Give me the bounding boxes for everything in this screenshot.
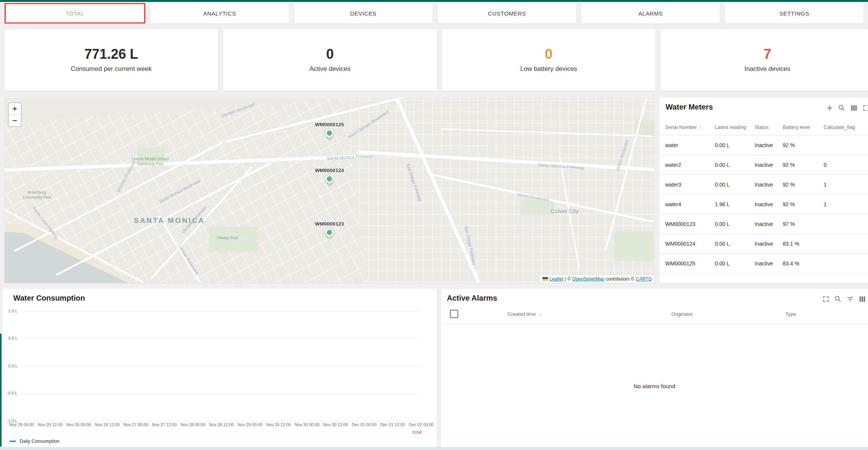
stat-label: Active devices [309, 65, 351, 73]
map-place-label: Annenberg Community Pool [19, 190, 54, 200]
y-axis-tick: 1.0 L [2, 309, 17, 313]
chart-gridline [20, 339, 421, 339]
table-row[interactable]: WM00001250.00 LInactive83.4 % [660, 254, 868, 273]
carto-link[interactable]: CARTO [636, 276, 652, 282]
y-axis-tick: 0.5 L [2, 336, 17, 340]
table-cell: 1 [824, 182, 868, 188]
table-cell: Inactive [755, 260, 783, 267]
openstreetmap-link[interactable]: OpenStreetMap [572, 276, 605, 282]
column-header-originator[interactable]: Originator [671, 311, 693, 317]
ukraine-flag-icon [542, 277, 548, 281]
marker-label: WM0000123 [315, 221, 344, 227]
x-axis-tick: Dec 02 00:00 [404, 422, 437, 427]
attribution-contributors: contributors © [606, 276, 635, 282]
table-cell: WM0000124 [665, 241, 715, 247]
table-row[interactable]: water41.96 LInactive92 %1 [660, 194, 868, 214]
map-place-label: Culver City [551, 208, 579, 215]
legend-label: Daily Consumption [20, 439, 60, 444]
fullscreen-icon[interactable] [862, 104, 868, 112]
column-header-serial-number[interactable]: Serial Number↑ [665, 124, 715, 130]
tab-total[interactable]: TOTAL [5, 3, 145, 24]
table-cell: Inactive [755, 201, 783, 207]
table-cell: water4 [665, 201, 715, 207]
divider [441, 324, 868, 324]
table-cell: Inactive [755, 162, 783, 168]
marker-label: WM0000124 [315, 168, 344, 173]
map-attribution: Leaflet | © OpenStreetMap contributors ©… [540, 275, 654, 283]
add-icon[interactable] [826, 104, 834, 112]
leaflet-link[interactable]: Leaflet [550, 276, 563, 282]
table-cell: 97 % [783, 221, 824, 227]
water-meters-toolbar [826, 104, 868, 112]
chart-gridline [20, 311, 421, 311]
map-place-label: Lincoln Middle School Swimming Pool [131, 157, 169, 166]
copyright-symbol: © [567, 276, 571, 282]
zoom-out-button[interactable]: − [9, 115, 21, 126]
table-row[interactable]: WM00001240.00 LInactive83.1 % [660, 234, 868, 254]
left-edge-strip [0, 334, 2, 447]
column-header-battery-level[interactable]: Battery level [783, 124, 824, 130]
zoom-in-button[interactable]: + [9, 103, 21, 114]
water-consumption-widget: Water Consumption 1.0 L0.5 L0.0 L-0.5 L-… [2, 289, 437, 448]
active-alarms-title: Active Alarms [447, 294, 497, 303]
column-header-type[interactable]: Type [785, 311, 796, 317]
search-icon[interactable] [834, 295, 842, 303]
table-cell: 92 % [783, 142, 824, 148]
column-label: Serial Number [665, 124, 697, 130]
y-axis-tick: -0.5 L [2, 391, 17, 395]
table-cell: Inactive [755, 221, 783, 227]
bottom-edge-strip [0, 447, 868, 450]
stat-label: Low battery devices [520, 65, 577, 73]
tab-bar: TOTALANALYTICSDEVICESCUSTOMERSALARMSSETT… [5, 3, 863, 24]
marker-label: WM0000125 [315, 122, 344, 127]
table-cell: 0.00 L [715, 182, 755, 188]
map-place-label: Fitness Pool [217, 236, 238, 241]
select-all-checkbox[interactable] [450, 310, 458, 318]
stat-card: 0Low battery devices [442, 29, 655, 91]
series-label[interactable]: total [412, 430, 421, 435]
stat-value: 7 [763, 47, 771, 61]
tab-alarms[interactable]: ALARMS [581, 3, 720, 24]
marker-pin-icon [325, 129, 334, 137]
column-header-status[interactable]: Status [755, 124, 783, 130]
tab-settings[interactable]: SETTINGS [725, 3, 863, 24]
table-row[interactable]: WM00001230.00 LInactive97 % [660, 214, 868, 234]
table-row[interactable]: water20.00 LInactive92 %0 [660, 155, 868, 175]
tab-customers[interactable]: CUSTOMERS [438, 3, 576, 24]
column-header-latest-reading[interactable]: Latest reading [715, 124, 755, 130]
stat-label: Consumed per current week [71, 65, 152, 73]
filter-icon[interactable] [846, 295, 854, 303]
table-row[interactable]: water0.00 LInactive92 % [660, 135, 868, 155]
columns-icon[interactable] [850, 104, 858, 112]
y-axis-tick: 0.0 L [2, 364, 17, 368]
column-header-calculate-flag[interactable]: Calculate_flag [824, 124, 868, 130]
water-meters-title: Water Meters [666, 103, 713, 111]
search-icon[interactable] [838, 104, 846, 112]
table-cell: 92 % [783, 182, 824, 188]
sort-descending-arrow: ↓ [539, 311, 542, 317]
tab-devices[interactable]: DEVICES [294, 3, 432, 24]
column-label: Calculate_flag [824, 124, 855, 130]
water-meters-header-row: Serial Number↑Latest readingStatusBatter… [660, 119, 868, 135]
table-cell: Inactive [755, 182, 783, 188]
table-cell: water3 [665, 182, 715, 188]
column-header-created-time[interactable]: Created time ↓ [508, 311, 542, 317]
table-cell: 0.00 L [715, 162, 755, 168]
map-widget[interactable]: SANTA MONICACulver CitySanta Monica Free… [5, 98, 654, 283]
stat-cards: 771.26 LConsumed per current week0Active… [5, 29, 868, 91]
stat-card: 7Inactive devices [661, 29, 868, 91]
active-alarms-widget: Active Alarms Created time ↓ Originator … [441, 289, 868, 448]
map-park [520, 199, 555, 215]
table-cell: 92 % [783, 162, 824, 168]
top-accent-bar [0, 0, 868, 2]
tab-analytics[interactable]: ANALYTICS [150, 3, 289, 24]
columns-icon[interactable] [858, 295, 866, 303]
chart-legend[interactable]: Daily Consumption [9, 439, 60, 444]
attribution-divider: | [565, 276, 566, 282]
chart-gridline [20, 366, 421, 366]
water-meters-widget: Water Meters Serial Number↑Latest readin… [660, 98, 868, 283]
table-row[interactable]: water30.00 LInactive92 %1 [660, 175, 868, 194]
fullscreen-icon[interactable] [822, 295, 830, 303]
legend-line-marker [9, 441, 16, 442]
table-cell: 0.00 L [715, 260, 755, 267]
